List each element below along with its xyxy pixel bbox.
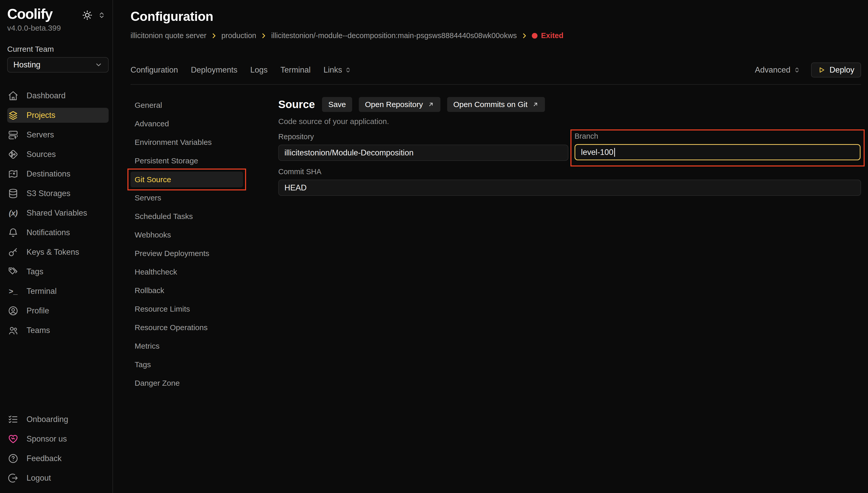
advanced-dropdown[interactable]: Advanced [755,65,800,74]
subnav-item-git-source[interactable]: Git Source [130,172,243,187]
subnav-item-metrics[interactable]: Metrics [130,337,243,355]
sidebar-item-label: Sources [26,150,56,159]
sidebar-item-keys-tokens[interactable]: Keys & Tokens [7,242,109,262]
sidebar-item-label: Projects [26,111,55,120]
layers-icon [8,110,19,121]
tab-configuration[interactable]: Configuration [130,65,178,74]
user-circle-icon [8,305,19,316]
breadcrumb-project[interactable]: illicitonion quote server [130,31,207,40]
sidebar-item-label: Profile [26,306,49,316]
tabs-row: Configuration Deployments Logs Terminal … [130,63,861,78]
commit-sha-label: Commit SHA [278,168,861,176]
sun-icon[interactable] [82,10,93,21]
heart-handshake-icon [8,433,19,444]
users-icon [8,325,19,336]
subnav-item-resource-operations[interactable]: Resource Operations [130,318,243,337]
breadcrumb: illicitonion quote server production ill… [130,31,861,40]
sidebar-item-logout[interactable]: Logout [7,468,109,488]
sidebar-item-sponsor-us[interactable]: Sponsor us [7,429,109,449]
subnav-item-healthcheck[interactable]: Healthcheck [130,263,243,281]
subnav-item-environment-variables[interactable]: Environment Variables [130,133,243,152]
key-icon [8,247,19,258]
branch-input[interactable]: level-100 [575,144,861,160]
subnav-item-advanced[interactable]: Advanced [130,114,243,133]
subnav-item-preview-deployments[interactable]: Preview Deployments [130,244,243,263]
commit-sha-field: Commit SHA HEAD [278,168,861,196]
subnav-item-webhooks[interactable]: Webhooks [130,226,243,244]
subnav-item-danger-zone[interactable]: Danger Zone [130,374,243,392]
chevron-right-icon [211,33,217,39]
breadcrumb-environment[interactable]: production [221,31,256,40]
subnav-item-servers[interactable]: Servers [130,189,243,207]
git-source-annotation-box: Git Source [127,169,246,190]
sidebar-header: Coolify v4.0.0-beta.399 [7,6,109,33]
sidebar-item-onboarding[interactable]: Onboarding [7,410,109,429]
repository-label: Repository [278,132,568,141]
sidebar-item-label: Terminal [26,287,57,296]
source-form: Source Save Open Repository Open Commits… [278,85,861,392]
tab-logs[interactable]: Logs [250,65,268,74]
commit-sha-input[interactable]: HEAD [278,179,861,196]
tab-links[interactable]: Links [323,65,352,74]
chevron-right-icon [521,33,528,39]
sidebar-item-label: Sponsor us [26,434,67,444]
subnav-item-general[interactable]: General [130,96,243,114]
sidebar-item-teams[interactable]: Teams [7,321,109,340]
sidebar-item-label: Tags [26,267,43,276]
subnav-item-tags[interactable]: Tags [130,355,243,374]
team-select-value: Hosting [14,60,40,69]
current-team-label: Current Team [7,45,109,53]
server-icon [8,129,19,140]
app-version: v4.0.0-beta.399 [7,24,61,33]
sidebar-nav: Dashboard Projects Servers Sources Desti… [7,86,109,340]
open-repository-button[interactable]: Open Repository [359,97,441,112]
sidebar-item-terminal[interactable]: >_ Terminal [7,281,109,301]
git-source-icon [8,149,19,160]
sidebar-item-servers[interactable]: Servers [7,125,109,145]
sidebar-item-notifications[interactable]: Notifications [7,223,109,242]
sidebar-item-label: Destinations [26,169,70,178]
home-icon [8,90,19,101]
sidebar-item-dashboard[interactable]: Dashboard [7,86,109,106]
subnav-item-resource-limits[interactable]: Resource Limits [130,300,243,318]
subnav-item-rollback[interactable]: Rollback [130,281,243,300]
logout-icon [8,473,19,484]
status-dot-icon [532,33,537,39]
sidebar-item-sources[interactable]: Sources [7,145,109,164]
play-icon [818,66,826,74]
breadcrumb-application[interactable]: illicitestonion/-module--decomposition:m… [271,31,516,40]
chevron-down-icon [95,61,103,69]
sidebar-item-s3-storages[interactable]: S3 Storages [7,184,109,203]
sidebar-item-label: Onboarding [26,415,68,424]
chevrons-up-down-icon [345,67,352,73]
chevrons-up-down-icon[interactable] [98,11,106,19]
sidebar-item-shared-variables[interactable]: (x) Shared Variables [7,203,109,223]
sidebar-item-tags[interactable]: Tags [7,262,109,281]
save-button[interactable]: Save [322,97,352,112]
terminal-icon: >_ [8,286,19,297]
repository-field: Repository illicitestonion/Module-Decomp… [278,132,568,161]
repository-input[interactable]: illicitestonion/Module-Decomposition [278,145,568,161]
sidebar-item-label: Teams [26,326,50,335]
tab-deployments[interactable]: Deployments [191,65,237,74]
list-checks-icon [8,414,19,425]
sidebar: Coolify v4.0.0-beta.399 Current Team Hos… [0,0,113,493]
status-badge: Exited [532,31,564,40]
sidebar-item-feedback[interactable]: Feedback [7,449,109,468]
sidebar-item-label: Feedback [26,454,62,463]
main-content: Configuration illicitonion quote server … [113,0,868,493]
tab-terminal[interactable]: Terminal [280,65,311,74]
subnav-item-scheduled-tasks[interactable]: Scheduled Tasks [130,207,243,226]
sidebar-item-label: Shared Variables [26,209,87,218]
team-select[interactable]: Hosting [7,57,109,72]
subnav-item-persistent-storage[interactable]: Persistent Storage [130,152,243,170]
tags-icon [8,266,19,277]
sidebar-item-profile[interactable]: Profile [7,301,109,321]
sidebar-item-label: Notifications [26,228,70,237]
deploy-button[interactable]: Deploy [811,63,861,78]
source-heading: Source [278,98,315,111]
open-commits-button[interactable]: Open Commits on Git [447,97,545,112]
status-label: Exited [541,31,564,40]
sidebar-item-projects[interactable]: Projects [7,108,109,123]
sidebar-item-destinations[interactable]: Destinations [7,164,109,184]
